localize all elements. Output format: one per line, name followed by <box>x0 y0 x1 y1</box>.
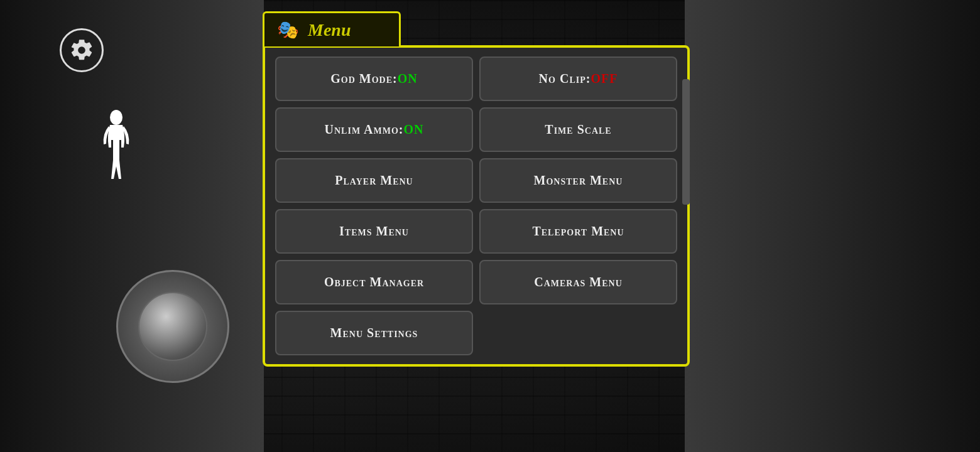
time-scale-button[interactable]: Time Scale <box>479 107 677 152</box>
time-scale-label: Time Scale <box>545 122 611 136</box>
gear-icon <box>69 38 94 63</box>
object-manager-button[interactable]: Object Manager <box>275 260 473 304</box>
menu-settings-button[interactable]: Menu Settings <box>275 311 473 355</box>
god-mode-status: ON <box>398 72 418 85</box>
settings-button[interactable] <box>60 28 104 72</box>
player-silhouette <box>97 110 135 191</box>
menu-title-bar: 🎭 Menu <box>263 11 401 46</box>
unlim-ammo-label: Unlim Ammo: <box>325 122 404 136</box>
cameras-menu-button[interactable]: Cameras Menu <box>479 260 677 304</box>
joystick-inner[interactable] <box>138 292 207 361</box>
object-manager-label: Object Manager <box>324 275 424 289</box>
right-background <box>685 0 980 452</box>
god-mode-label: God Mode: <box>330 72 397 85</box>
no-clip-button[interactable]: No Clip:OFF <box>479 56 677 101</box>
unlim-ammo-button[interactable]: Unlim Ammo:ON <box>275 107 473 152</box>
menu-content: God Mode:ON No Clip:OFF Unlim Ammo:ON Ti… <box>263 45 690 367</box>
items-menu-label: Items Menu <box>339 224 409 238</box>
teleport-menu-button[interactable]: Teleport Menu <box>479 209 677 254</box>
joystick-outer[interactable] <box>116 270 229 383</box>
menu-title-text: Menu <box>308 20 351 40</box>
svg-point-0 <box>110 110 122 125</box>
teleport-menu-label: Teleport Menu <box>532 224 624 238</box>
menu-empty-cell <box>479 311 677 355</box>
items-menu-button[interactable]: Items Menu <box>275 209 473 254</box>
menu-panel: 🎭 Menu God Mode:ON No Clip:OFF Unlim Amm… <box>263 11 690 367</box>
mask-icon: 🎭 <box>277 19 299 40</box>
monster-menu-label: Monster Menu <box>534 173 623 187</box>
god-mode-button[interactable]: God Mode:ON <box>275 56 473 101</box>
cameras-menu-label: Cameras Menu <box>534 275 623 289</box>
monster-menu-button[interactable]: Monster Menu <box>479 158 677 203</box>
player-menu-button[interactable]: Player Menu <box>275 158 473 203</box>
no-clip-status: OFF <box>591 72 618 85</box>
unlim-ammo-status: ON <box>403 122 423 136</box>
player-menu-label: Player Menu <box>335 173 413 187</box>
no-clip-label: No Clip: <box>539 72 591 85</box>
joystick-area[interactable] <box>116 270 236 389</box>
menu-settings-label: Menu Settings <box>330 326 418 340</box>
